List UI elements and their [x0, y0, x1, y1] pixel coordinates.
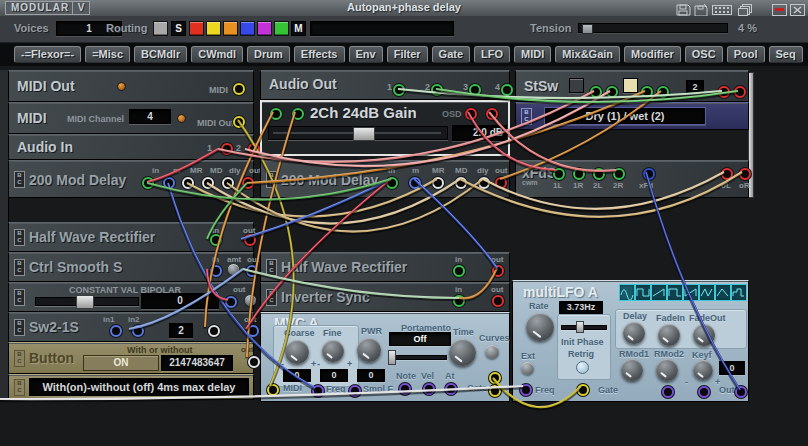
- tab-mixgain[interactable]: Mix&Gain: [555, 46, 620, 63]
- tab-gate[interactable]: Gate: [432, 46, 470, 63]
- tab-effects[interactable]: Effects: [294, 46, 345, 63]
- module-bc-display[interactable]: BC Dry (1) / wet (2): [515, 102, 749, 130]
- sw2-in1-jack[interactable]: [110, 325, 122, 337]
- audio-in-1-jack[interactable]: [221, 143, 233, 155]
- module-audio-out[interactable]: Audio Out 1 2 3 4: [260, 70, 510, 100]
- gain-in-l-jack[interactable]: [270, 108, 282, 120]
- fine-value[interactable]: 0: [320, 369, 348, 382]
- gain-slider-handle[interactable]: [353, 127, 375, 141]
- tension-slider[interactable]: [578, 23, 728, 33]
- gain-value[interactable]: 2.0 dB: [452, 125, 507, 141]
- patch-grid-icon[interactable]: [712, 2, 732, 14]
- wave-zigzag-button[interactable]: [699, 284, 715, 301]
- hwr-out-jack[interactable]: [244, 234, 256, 246]
- stsw-in1r-jack[interactable]: [606, 86, 618, 98]
- xfd-2r-jack[interactable]: [613, 168, 625, 180]
- gain-in-r-jack[interactable]: [292, 108, 304, 120]
- inverter-out-jack[interactable]: [492, 295, 504, 307]
- constant-slider[interactable]: [35, 297, 139, 306]
- constant-out-jack[interactable]: [225, 296, 237, 308]
- tab-pool[interactable]: Pool: [727, 46, 765, 63]
- midi-out-jack[interactable]: [233, 83, 245, 95]
- keyf-knob[interactable]: [693, 360, 713, 380]
- gate-jack-b[interactable]: [489, 385, 501, 397]
- on-off-button[interactable]: ON: [83, 355, 159, 371]
- module-2ch-gain-selected[interactable]: 2Ch 24dB Gain OSD 2.0 dB: [260, 100, 510, 156]
- routing-swatch-blue[interactable]: [240, 21, 255, 36]
- xfd-xfd-jack[interactable]: [643, 168, 655, 180]
- lfo-aux1-jack[interactable]: [662, 386, 674, 398]
- inverter-in-jack[interactable]: [453, 295, 465, 307]
- solo-button[interactable]: S: [171, 21, 186, 36]
- module-mvc-a[interactable]: MVC A Coarse - + 0 Fine - + 0 PWR 0 Port…: [260, 312, 510, 402]
- delay-mr-jack[interactable]: [182, 177, 194, 189]
- module-comment[interactable]: BC With(on)-without (off) 4ms max delay: [8, 374, 254, 400]
- module-button[interactable]: BC Button With or without ON 2147483647 …: [8, 342, 254, 374]
- copy-layers-icon[interactable]: [738, 2, 753, 14]
- title-bar[interactable]: MODULAR V Autopan+phase delay: [0, 0, 808, 17]
- hwr-in-jack[interactable]: [453, 265, 465, 277]
- midi-in-jack[interactable]: [267, 384, 279, 396]
- fadeout-knob[interactable]: [693, 324, 715, 346]
- delay-m-jack[interactable]: [163, 177, 175, 189]
- routing-gray-swatch[interactable]: [153, 21, 168, 36]
- stsw-in2l-jack[interactable]: [641, 86, 653, 98]
- tab-lfo[interactable]: LFO: [474, 46, 510, 63]
- portamento-slider[interactable]: [391, 355, 447, 360]
- module-midi-out[interactable]: MIDI Out MIDI: [8, 70, 254, 102]
- rate-knob[interactable]: [526, 313, 554, 341]
- ext-knob[interactable]: [521, 362, 534, 375]
- time-knob[interactable]: [449, 339, 476, 366]
- routing-swatch-yellow[interactable]: [206, 21, 221, 36]
- rmod2-knob[interactable]: [656, 359, 678, 381]
- audio-in-2-jack[interactable]: [248, 143, 260, 155]
- stsw-in2r-jack[interactable]: [657, 86, 669, 98]
- routing-swatch-red[interactable]: [189, 21, 204, 36]
- wave-steps-button[interactable]: [731, 284, 747, 301]
- pwr-value[interactable]: 0: [357, 369, 385, 382]
- constant-value[interactable]: 0: [141, 293, 219, 309]
- module-multilfo-a[interactable]: multiLFO A Rate 3.73Hz Init Phase Retrig…: [512, 280, 749, 402]
- lfo-aux2-jack[interactable]: [698, 386, 710, 398]
- routing-swatch-magenta[interactable]: [257, 21, 272, 36]
- wave-sine-button[interactable]: [619, 284, 635, 301]
- module-sw2-1s[interactable]: BC Sw2-1S in1 in2 2 out: [8, 312, 254, 342]
- coarse-value[interactable]: 0: [283, 369, 311, 382]
- tab-cwmdl[interactable]: CWmdl: [191, 46, 243, 63]
- tension-slider-handle[interactable]: [582, 24, 593, 34]
- switch-button-on[interactable]: [623, 78, 638, 93]
- tab-misc[interactable]: =Misc: [85, 46, 130, 63]
- delay-out-jack[interactable]: [242, 177, 254, 189]
- xfd-2l-jack[interactable]: [593, 168, 605, 180]
- midi-channel-value[interactable]: 4: [129, 109, 171, 124]
- lfo-freq-jack[interactable]: [520, 384, 532, 396]
- delay-md-jack[interactable]: [202, 177, 214, 189]
- routing-swatch-orange[interactable]: [223, 21, 238, 36]
- tab-filter[interactable]: Filter: [387, 46, 428, 63]
- button-out-jack[interactable]: [248, 356, 260, 368]
- sw2-sel-jack[interactable]: [208, 325, 220, 337]
- gate-jack-a[interactable]: [489, 372, 501, 384]
- portamento-slider-handle[interactable]: [388, 350, 396, 365]
- audio-out-4-jack[interactable]: [501, 84, 513, 96]
- delay-dly-jack[interactable]: [222, 177, 234, 189]
- hwr-in-jack[interactable]: [210, 234, 222, 246]
- sw2-in2-jack[interactable]: [132, 325, 144, 337]
- stsw-in1l-jack[interactable]: [590, 86, 602, 98]
- constant-mini-knob[interactable]: [245, 295, 256, 306]
- sw2-out-jack[interactable]: [247, 325, 259, 337]
- delay-in-jack[interactable]: [142, 177, 154, 189]
- module-ctrl-smooth[interactable]: BC Ctrl Smooth S in amt out: [8, 252, 254, 282]
- tab-midi[interactable]: MIDI: [514, 46, 551, 63]
- fadein-knob[interactable]: [658, 324, 680, 346]
- module-xfdst[interactable]: xFdSt cwm 1L 1R 2L 2R xFd oL oR: [515, 160, 749, 198]
- delay-mr-jack[interactable]: [432, 177, 444, 189]
- module-inverter-sync[interactable]: BC Inverter Sync in out: [260, 282, 510, 312]
- delay-knob[interactable]: [623, 322, 645, 344]
- tab-drum[interactable]: Drum: [247, 46, 290, 63]
- audio-out-2-jack[interactable]: [431, 84, 443, 96]
- rmod1-knob[interactable]: [621, 359, 643, 381]
- amt-mini-knob[interactable]: [228, 264, 239, 275]
- delay-md-jack[interactable]: [455, 177, 467, 189]
- init-phase-slider[interactable]: [561, 325, 607, 330]
